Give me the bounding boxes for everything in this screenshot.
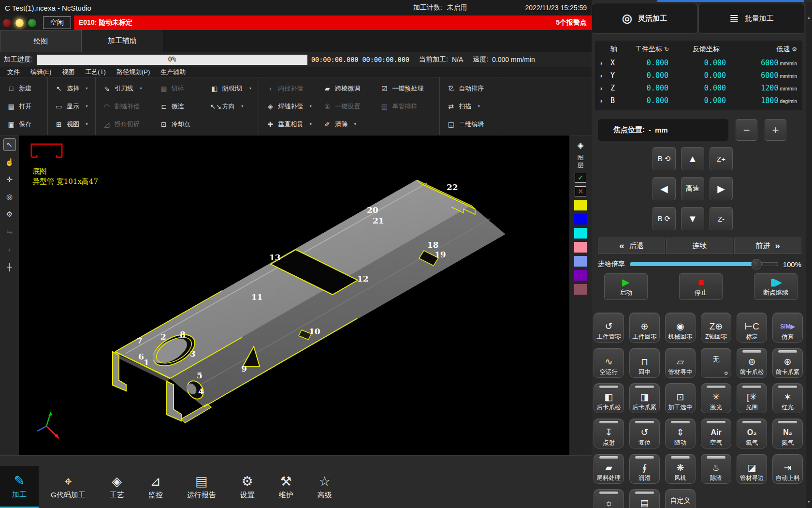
speed-mode-header[interactable]: 低速 ⚙ — [735, 45, 797, 54]
machine-function-button[interactable]: ↧ 点射 ⚙ — [594, 418, 624, 448]
document-tab[interactable]: 加工辅助 — [82, 30, 163, 52]
machine-function-button[interactable]: O₂ 氧气 ⚙ — [737, 418, 767, 448]
continuous-button[interactable]: 连续 — [666, 238, 733, 254]
layer-color-swatch[interactable] — [574, 242, 587, 253]
toolbar-item[interactable]: ① 一键设置 ▼ — [321, 101, 371, 112]
machine-function-button[interactable]: ✶ 红光 ⚙ — [772, 383, 803, 413]
machine-function-button[interactable]: ⊕ 工件回零 ⚙ — [629, 313, 660, 343]
machine-function-button[interactable]: 自定义 ⚙ — [665, 489, 696, 508]
machine-function-button[interactable]: ⊓ 回中 ⚙ — [629, 348, 660, 378]
nav-tab[interactable]: ⊿ 监控 — [136, 466, 175, 508]
canvas-tool-icon[interactable]: ⚙ — [3, 208, 16, 221]
menu-item[interactable]: 路径规划(P) — [111, 68, 155, 76]
machine-function-button[interactable]: 无 ⚙ — [701, 348, 731, 378]
toolbar-item[interactable]: ✚ 垂直相贯 ▼ — [264, 119, 314, 130]
jog-button[interactable]: Z+ — [710, 147, 733, 170]
toolbar-item[interactable]: □ 新建 ▼ — [5, 83, 43, 94]
machine-function-button[interactable]: ↺ 工件置零 ⚙ — [594, 313, 624, 343]
machine-function-button[interactable]: ♨ 除渣 ⚙ — [701, 454, 731, 484]
nav-tab[interactable]: ⌖ G代码加工 — [39, 466, 98, 508]
canvas-tool-icon[interactable]: ☝ — [3, 156, 16, 168]
layer-color-swatch[interactable] — [574, 214, 587, 224]
jog-button[interactable]: B ⟲ — [652, 147, 676, 170]
toolbar-item[interactable]: ✐ 清除 ▼ — [321, 119, 371, 130]
machine-function-button[interactable]: ▤ 顶料屏蔽 ⚙ — [629, 489, 660, 508]
toolbar-item[interactable]: ◧ 阴/阳切 ▼ — [208, 83, 254, 94]
machine-function-button[interactable]: ⊛ 前卡爪紧 ⚙ — [772, 348, 803, 378]
toolbar-item[interactable]: ◿ 拐角切碎 ▼ — [101, 119, 151, 130]
layer-color-swatch[interactable] — [574, 228, 587, 239]
toolbar-item[interactable]: ▰ 跨棱微调 ▼ — [321, 83, 371, 94]
machine-function-button[interactable]: ∮ 润滑 ⚙ — [629, 454, 660, 484]
toolbar-item[interactable]: ⊏ 微连 ▼ — [158, 101, 202, 112]
machine-function-button[interactable]: ◪ 管材寻边 ⚙ — [737, 454, 767, 484]
menu-item[interactable]: 工艺(T) — [80, 68, 111, 76]
machine-function-button[interactable]: ⇥ 自动上料 ⚙ — [772, 454, 803, 484]
machine-function-button[interactable]: ∿ 空运行 ⚙ — [594, 348, 624, 378]
jog-button[interactable]: B ⟳ — [652, 207, 676, 230]
layer-visible-checkbox[interactable]: ✓ — [575, 173, 586, 183]
focus-position-display[interactable]: 焦点位置: - mm — [598, 119, 728, 141]
machine-function-button[interactable]: ✳ 激光 ⚙ — [701, 383, 731, 413]
scroll-down-icon[interactable]: ▼ — [806, 500, 812, 504]
canvas-tool-icon[interactable]: ◗ — [3, 243, 16, 255]
toolbar-item[interactable]: ▭ 显示 ▼ — [53, 101, 90, 112]
machine-function-button[interactable]: Air 空气 ⚙ — [701, 418, 731, 448]
machine-function-button[interactable]: ⊚ 前卡爪松 ⚙ — [737, 348, 767, 378]
canvas-tool-icon[interactable]: ✛ — [3, 173, 16, 186]
settings-gear-icon[interactable]: ⚙ — [724, 371, 728, 376]
scroll-up-icon[interactable]: ▲ — [806, 15, 812, 20]
toolbar-item[interactable]: ▣ 保存 ▼ — [5, 119, 43, 130]
nav-tab[interactable]: ▤ 运行报告 — [175, 466, 228, 508]
machine-function-button[interactable]: ◨ 后卡爪紧 ⚙ — [629, 383, 660, 413]
toolbar-item[interactable]: ▤ 打开 ▼ — [5, 101, 43, 112]
toolbar-item[interactable]: ▥ 单管排样 ▼ — [378, 101, 435, 112]
nav-tab[interactable]: ⚙ 设置 — [228, 466, 267, 508]
machine-function-button[interactable]: N₂ 氮气 ⚙ — [772, 418, 803, 448]
toolbar-item[interactable]: ⊡ 冷却点 ▼ — [158, 119, 202, 130]
feed-override-slider[interactable] — [630, 262, 778, 266]
layer-color-swatch[interactable] — [574, 200, 587, 210]
toolbar-item[interactable]: ↖↘ 方向 ▼ — [208, 101, 254, 112]
jog-button[interactable]: Z- — [710, 207, 733, 230]
slider-thumb[interactable] — [751, 259, 762, 269]
machine-function-button[interactable]: ▰ 尾料处理 ⚙ — [594, 454, 624, 484]
nav-tab[interactable]: ⚒ 维护 — [267, 466, 305, 508]
canvas-tool-icon[interactable]: ⇋ — [3, 225, 16, 238]
mode-tab[interactable]: ≣ 批量加工 — [698, 3, 804, 34]
gear-icon[interactable]: ⚙ — [792, 46, 797, 53]
machine-function-button[interactable]: ▱ 管材寻中 ⚙ — [665, 348, 696, 378]
layer-hidden-checkbox[interactable]: ✕ — [575, 186, 586, 196]
machine-function-button[interactable]: ⊡ 加工选中 ⚙ — [665, 383, 696, 413]
mode-tab[interactable]: ◎ 灵活加工 — [592, 3, 697, 34]
canvas-tool-icon[interactable]: ┼ — [3, 260, 16, 273]
toolbar-item[interactable]: ⇄ 扫描 ▼ — [445, 101, 495, 112]
machine-function-button[interactable]: ◉ 机械回零 ⚙ — [665, 313, 696, 343]
layer-color-swatch[interactable] — [574, 270, 587, 281]
run-control-button[interactable]: ▶ 启动 — [604, 273, 648, 300]
jog-button[interactable]: 高速 — [681, 177, 704, 200]
jog-button[interactable]: ▼ — [681, 207, 704, 230]
toolbar-item[interactable]: ↖ 选择 ▼ — [53, 83, 90, 94]
focus-increase-button[interactable]: + — [765, 119, 786, 141]
panel-scrollbar[interactable]: ▲ ▼ — [806, 2, 812, 508]
layer-color-swatch[interactable] — [574, 284, 587, 295]
menu-item[interactable]: 视图 — [57, 68, 80, 76]
alarm-points-badge[interactable]: 5个报警点 — [556, 18, 587, 27]
toolbar-item[interactable]: ⊞ 视图 ▼ — [53, 119, 90, 130]
toolbar-item[interactable]: ⇘ 引刀线 ▼ — [101, 83, 151, 94]
alarm-bar[interactable]: E010: 随动未标定 5个报警点 — [74, 15, 592, 30]
step-forward-button[interactable]: 前进 » — [734, 238, 801, 254]
toolbar-item[interactable]: ◲ 二维编辑 ▼ — [445, 119, 495, 130]
jog-button[interactable]: ▶ — [710, 177, 733, 200]
jog-button[interactable]: ◀ — [652, 177, 676, 200]
nav-tab[interactable]: ☆ 高级 — [305, 466, 344, 508]
machine-function-button[interactable]: ↺ 复位 ⚙ — [629, 418, 660, 448]
canvas-tool-icon[interactable]: ↖ — [3, 138, 16, 151]
nav-tab[interactable]: ◈ 工艺 — [98, 466, 136, 508]
machine-function-button[interactable]: SIM▶ 仿真 ⚙ — [772, 313, 803, 343]
toolbar-item[interactable]: ◠ 割缝补偿 ▼ — [101, 101, 151, 112]
menu-item[interactable]: 生产辅助 — [155, 68, 191, 76]
menu-item[interactable]: 编辑(E) — [25, 68, 57, 76]
focus-decrease-button[interactable]: − — [736, 119, 757, 141]
